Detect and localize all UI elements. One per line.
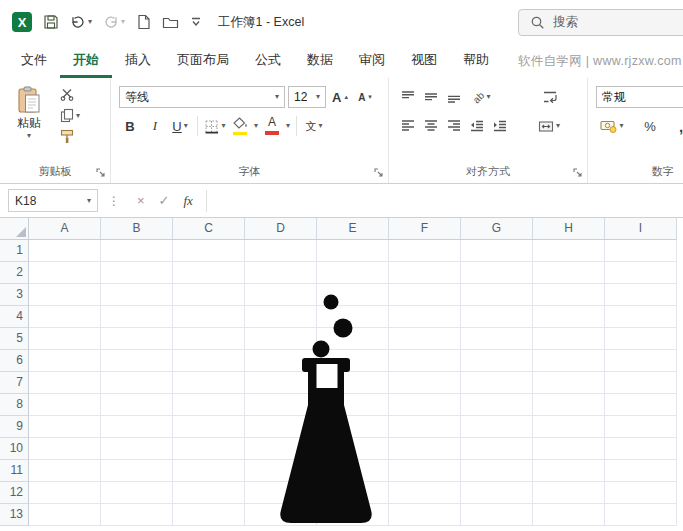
cell[interactable] bbox=[101, 284, 173, 306]
cell[interactable] bbox=[101, 262, 173, 284]
cell[interactable] bbox=[29, 460, 101, 482]
excel-logo-icon[interactable]: X bbox=[12, 12, 32, 32]
cell[interactable] bbox=[605, 306, 677, 328]
tab-data[interactable]: 数据 bbox=[294, 44, 346, 78]
cell[interactable] bbox=[461, 438, 533, 460]
cell[interactable] bbox=[29, 262, 101, 284]
cell[interactable] bbox=[29, 372, 101, 394]
folder-button[interactable] bbox=[162, 15, 179, 30]
cell[interactable] bbox=[533, 262, 605, 284]
increase-font-size-button[interactable]: A ▴ bbox=[329, 85, 351, 109]
cell[interactable] bbox=[29, 284, 101, 306]
align-center-button[interactable] bbox=[420, 114, 442, 138]
cell[interactable] bbox=[173, 372, 245, 394]
align-top-button[interactable] bbox=[397, 85, 419, 109]
cell[interactable] bbox=[461, 240, 533, 262]
cell[interactable] bbox=[533, 328, 605, 350]
column-header[interactable]: E bbox=[317, 218, 389, 240]
formula-input[interactable] bbox=[213, 184, 683, 217]
select-all-corner[interactable] bbox=[0, 218, 29, 240]
cell[interactable] bbox=[173, 438, 245, 460]
percent-style-button[interactable]: % bbox=[639, 114, 661, 138]
cell[interactable] bbox=[101, 306, 173, 328]
cell[interactable] bbox=[461, 350, 533, 372]
column-header[interactable]: A bbox=[29, 218, 101, 240]
cell[interactable] bbox=[245, 240, 317, 262]
cell[interactable] bbox=[173, 328, 245, 350]
row-header[interactable]: 9 bbox=[0, 416, 29, 438]
bold-button[interactable]: B bbox=[119, 114, 141, 138]
cell[interactable] bbox=[461, 416, 533, 438]
row-header[interactable]: 6 bbox=[0, 350, 29, 372]
cell[interactable] bbox=[101, 438, 173, 460]
accounting-format-button[interactable]: ▾ bbox=[596, 114, 628, 138]
merge-center-button[interactable]: ▾ bbox=[532, 114, 566, 138]
cell[interactable] bbox=[605, 504, 677, 526]
align-middle-button[interactable] bbox=[420, 85, 442, 109]
redo-button[interactable]: ▾ bbox=[103, 14, 125, 30]
cell[interactable] bbox=[389, 438, 461, 460]
align-bottom-button[interactable] bbox=[443, 85, 465, 109]
cell[interactable] bbox=[29, 306, 101, 328]
format-painter-button[interactable] bbox=[60, 126, 82, 147]
cell[interactable] bbox=[29, 394, 101, 416]
cell[interactable] bbox=[389, 262, 461, 284]
column-header[interactable]: H bbox=[533, 218, 605, 240]
cell[interactable] bbox=[533, 460, 605, 482]
row-header[interactable]: 12 bbox=[0, 482, 29, 504]
document-button[interactable] bbox=[136, 14, 151, 30]
number-format-select[interactable]: 常规 ▾ bbox=[596, 86, 683, 108]
cell[interactable] bbox=[533, 372, 605, 394]
paste-button[interactable]: 粘贴 ▾ bbox=[6, 84, 52, 147]
cell[interactable] bbox=[389, 350, 461, 372]
font-color-button[interactable]: A bbox=[261, 114, 283, 138]
tab-home[interactable]: 开始 bbox=[60, 44, 112, 78]
cell[interactable] bbox=[605, 460, 677, 482]
cell[interactable] bbox=[533, 284, 605, 306]
borders-button[interactable]: ▾ bbox=[204, 114, 226, 138]
name-box[interactable]: K18 ▾ bbox=[8, 189, 98, 212]
wrap-text-button[interactable] bbox=[539, 85, 561, 109]
decrease-indent-button[interactable] bbox=[466, 114, 488, 138]
orientation-button[interactable]: ab ▾ bbox=[466, 85, 498, 109]
enter-icon[interactable]: ✓ bbox=[159, 193, 170, 208]
cell[interactable] bbox=[173, 460, 245, 482]
cell[interactable] bbox=[605, 482, 677, 504]
align-right-button[interactable] bbox=[443, 114, 465, 138]
align-left-button[interactable] bbox=[397, 114, 419, 138]
cell[interactable] bbox=[605, 372, 677, 394]
cell[interactable] bbox=[605, 262, 677, 284]
row-header[interactable]: 1 bbox=[0, 240, 29, 262]
cell[interactable] bbox=[317, 240, 389, 262]
cell[interactable] bbox=[389, 306, 461, 328]
cell[interactable] bbox=[29, 438, 101, 460]
column-header[interactable]: C bbox=[173, 218, 245, 240]
comma-style-button[interactable]: , bbox=[670, 114, 683, 138]
column-header[interactable]: I bbox=[605, 218, 677, 240]
flask-image[interactable] bbox=[280, 291, 374, 527]
cell[interactable] bbox=[29, 504, 101, 526]
row-header[interactable]: 2 bbox=[0, 262, 29, 284]
cell[interactable] bbox=[173, 394, 245, 416]
decrease-font-size-button[interactable]: A ▾ bbox=[354, 85, 376, 109]
cell[interactable] bbox=[461, 394, 533, 416]
cell[interactable] bbox=[389, 416, 461, 438]
column-header[interactable]: G bbox=[461, 218, 533, 240]
cell[interactable] bbox=[173, 262, 245, 284]
row-header[interactable]: 11 bbox=[0, 460, 29, 482]
cell[interactable] bbox=[533, 350, 605, 372]
tab-review[interactable]: 审阅 bbox=[346, 44, 398, 78]
tab-insert[interactable]: 插入 bbox=[112, 44, 164, 78]
row-header[interactable]: 4 bbox=[0, 306, 29, 328]
cell[interactable] bbox=[29, 240, 101, 262]
insert-function-icon[interactable]: fx bbox=[184, 193, 193, 209]
cell[interactable] bbox=[461, 328, 533, 350]
increase-indent-button[interactable] bbox=[489, 114, 511, 138]
cell[interactable] bbox=[173, 416, 245, 438]
cell[interactable] bbox=[389, 482, 461, 504]
cell[interactable] bbox=[101, 482, 173, 504]
cell[interactable] bbox=[101, 240, 173, 262]
cancel-icon[interactable]: × bbox=[137, 193, 145, 208]
font-dialog-launcher[interactable] bbox=[373, 167, 385, 179]
font-size-select[interactable]: 12 ▾ bbox=[288, 86, 326, 108]
